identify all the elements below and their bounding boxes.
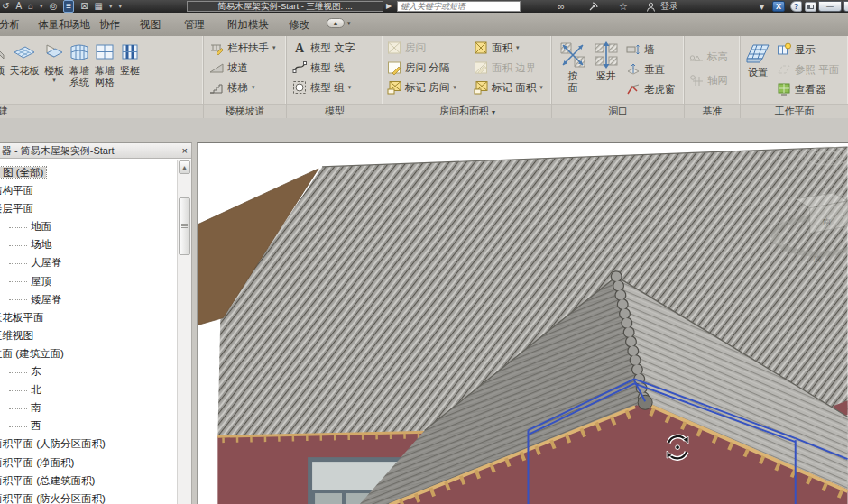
scroll-up-icon[interactable]: ▲ bbox=[179, 160, 190, 174]
chevron-down-icon: ▾ bbox=[252, 84, 255, 91]
browser-item-roof[interactable]: 屋顶 bbox=[0, 272, 177, 290]
tab-collaborate[interactable]: 协作 bbox=[96, 16, 124, 33]
tree-line bbox=[9, 263, 27, 264]
switch-windows-icon[interactable]: ▦ bbox=[95, 1, 103, 12]
section-tool-icon[interactable]: ◎ bbox=[50, 1, 58, 12]
browser-item-structural-plans[interactable]: 结构平面 bbox=[0, 181, 177, 199]
tab-analyze[interactable]: 分析 bbox=[0, 16, 23, 33]
infocenter-panel-icon[interactable] bbox=[805, 0, 816, 13]
maximize-button[interactable] bbox=[843, 0, 848, 13]
browser-item-label: 立面 (建筑立面) bbox=[0, 348, 64, 359]
browser-item-ceiling-plans[interactable]: 天花板平面 bbox=[0, 308, 177, 326]
tag-room-button[interactable]: 标记 房间 ▾ bbox=[385, 78, 472, 97]
chevron-down-icon: ▾ bbox=[52, 77, 56, 84]
exchange-apps-icon[interactable]: X bbox=[772, 0, 785, 13]
curtain-grid-button[interactable]: 幕墙网格 bbox=[92, 38, 117, 103]
tree-line bbox=[9, 372, 27, 373]
project-browser-tree: 图 (全部) 结构平面 楼层平面 地面 场地 大屋脊 屋顶 矮屋脊 天花板平面 … bbox=[0, 163, 177, 504]
dormer-button[interactable]: 老虎窗 bbox=[624, 79, 677, 99]
sign-in-link[interactable]: 登录 bbox=[660, 0, 678, 13]
communication-center-icon[interactable] bbox=[588, 0, 599, 13]
search-icon[interactable]: ∞ bbox=[558, 0, 565, 13]
scrollbar-thumb[interactable] bbox=[179, 197, 190, 255]
browser-item-views-all[interactable]: 图 (全部) bbox=[0, 163, 177, 181]
browser-item-area-net[interactable]: 面积平面 (净面积) bbox=[0, 454, 177, 472]
browser-item-3d-views[interactable]: 三维视图 bbox=[0, 326, 177, 344]
panel-label-circulation[interactable]: 楼梯坡道 bbox=[204, 104, 286, 118]
title-expand-icon[interactable]: ▶ bbox=[386, 2, 392, 10]
ceiling-button[interactable]: 天花板 bbox=[7, 38, 41, 103]
browser-item-area-gross[interactable]: 面积平面 (总建筑面积) bbox=[0, 472, 177, 490]
model-line-button[interactable]: 模型 线 bbox=[290, 58, 381, 78]
tab-view[interactable]: 视图 bbox=[136, 16, 164, 33]
curtain-system-button[interactable]: 幕墙系统 bbox=[67, 38, 92, 103]
roof-button[interactable]: 屋顶 bbox=[0, 38, 7, 103]
panel-label-model[interactable]: 模型 bbox=[287, 104, 383, 118]
browser-item-north[interactable]: 北 bbox=[0, 380, 177, 399]
opening-by-face-button[interactable]: 按面 bbox=[558, 38, 588, 103]
ribbon-state-toggle[interactable]: ▲ ▾ bbox=[327, 18, 351, 28]
qat-customize-icon[interactable]: ▾ bbox=[119, 3, 123, 10]
floor-button[interactable]: 楼板 ▾ bbox=[41, 38, 67, 103]
browser-item-label: 天花板平面 bbox=[0, 312, 44, 323]
text-tool-icon[interactable]: A bbox=[15, 1, 22, 12]
favorites-star-icon[interactable]: ☆ bbox=[619, 0, 628, 13]
show-workplane-button[interactable]: 显示 bbox=[775, 40, 841, 60]
tab-addins[interactable]: 附加模块 bbox=[224, 16, 272, 33]
close-icon[interactable]: × bbox=[182, 144, 188, 158]
3d-viewport[interactable]: 南 南 bbox=[197, 142, 848, 504]
area-button[interactable]: 面积 ▾ bbox=[472, 38, 545, 58]
mullion-button[interactable]: 竖梃 bbox=[117, 38, 143, 103]
show-workplane-label: 显示 bbox=[795, 43, 816, 57]
browser-item-ground[interactable]: 地面 bbox=[0, 217, 177, 235]
search-input[interactable] bbox=[397, 1, 521, 12]
panel-label-workplane[interactable]: 工作平面 bbox=[741, 104, 848, 118]
vertical-opening-button[interactable]: 垂直 bbox=[624, 60, 677, 79]
browser-item-west[interactable]: 西 bbox=[0, 417, 177, 435]
browser-item-east[interactable]: 东 bbox=[0, 362, 177, 380]
panel-label-build[interactable]: 构建 bbox=[0, 104, 203, 118]
browser-item-area-civil-defense[interactable]: 面积平面 (人防分区面积) bbox=[0, 435, 177, 453]
browser-item-main-ridge[interactable]: 大屋脊 bbox=[0, 253, 177, 271]
tab-modify[interactable]: 修改 bbox=[285, 16, 313, 33]
browser-item-site[interactable]: 场地 bbox=[0, 235, 177, 253]
tab-manage[interactable]: 管理 bbox=[180, 16, 208, 33]
chevron-down-icon[interactable]: ▾ bbox=[760, 0, 764, 13]
model-group-button[interactable]: 模型 组 ▾ bbox=[290, 78, 381, 97]
tree-line bbox=[9, 299, 27, 300]
close-hidden-windows-icon[interactable]: ⊠ bbox=[80, 1, 88, 12]
panel-label-datum[interactable]: 基准 bbox=[685, 104, 740, 118]
browser-item-south[interactable]: 南 bbox=[0, 399, 177, 417]
browser-item-low-ridge[interactable]: 矮屋脊 bbox=[0, 290, 177, 308]
panel-label-opening[interactable]: 洞口 bbox=[552, 104, 684, 118]
shaft-button[interactable]: 竖井 bbox=[592, 38, 621, 103]
satellite-icon bbox=[588, 1, 599, 12]
viewer-button[interactable]: 查看器 bbox=[775, 79, 841, 99]
chevron-down-icon[interactable]: ▾ bbox=[40, 3, 43, 10]
model-text-icon: A bbox=[292, 41, 307, 55]
help-icon[interactable]: ? bbox=[790, 0, 802, 13]
opening-by-face-icon bbox=[558, 40, 587, 70]
thin-lines-icon[interactable]: ≡ bbox=[63, 0, 74, 13]
tab-massing-site[interactable]: 体量和场地 bbox=[34, 16, 94, 33]
browser-item-label: 南 bbox=[31, 402, 41, 413]
browser-item-elevations[interactable]: 立面 (建筑立面) bbox=[0, 344, 177, 362]
room-separator-button[interactable]: 房间 分隔 bbox=[385, 58, 472, 78]
browser-item-floor-plans[interactable]: 楼层平面 bbox=[0, 199, 177, 217]
browser-item-label: 东 bbox=[31, 366, 41, 377]
browser-item-area-fire[interactable]: 面积平面 (防火分区面积) bbox=[0, 490, 177, 504]
set-workplane-button[interactable]: 设置 bbox=[744, 38, 771, 103]
project-browser-title[interactable]: 器 - 简易木屋架实例-Start × bbox=[0, 143, 191, 159]
stair-button[interactable]: 楼梯 ▾ bbox=[207, 78, 284, 97]
model-text-button[interactable]: A 模型 文字 bbox=[290, 38, 381, 58]
ramp-button[interactable]: 坡道 bbox=[207, 58, 284, 78]
chevron-down-icon[interactable]: ▾ bbox=[109, 3, 113, 10]
wall-opening-button[interactable]: 墙 bbox=[624, 40, 677, 60]
default-3d-view-icon[interactable]: ⌂ bbox=[28, 1, 33, 12]
tag-area-button[interactable]: 标记 面积 ▾ bbox=[472, 78, 545, 97]
minimize-button[interactable]: — bbox=[818, 0, 842, 13]
railing-button[interactable]: 栏杆扶手 ▾ bbox=[207, 38, 284, 58]
undo-icon[interactable]: ↺ bbox=[2, 1, 9, 12]
panel-label-room-area[interactable]: 房间和面积 ▾ bbox=[383, 104, 551, 118]
browser-scrollbar[interactable]: ▲ bbox=[177, 160, 191, 504]
